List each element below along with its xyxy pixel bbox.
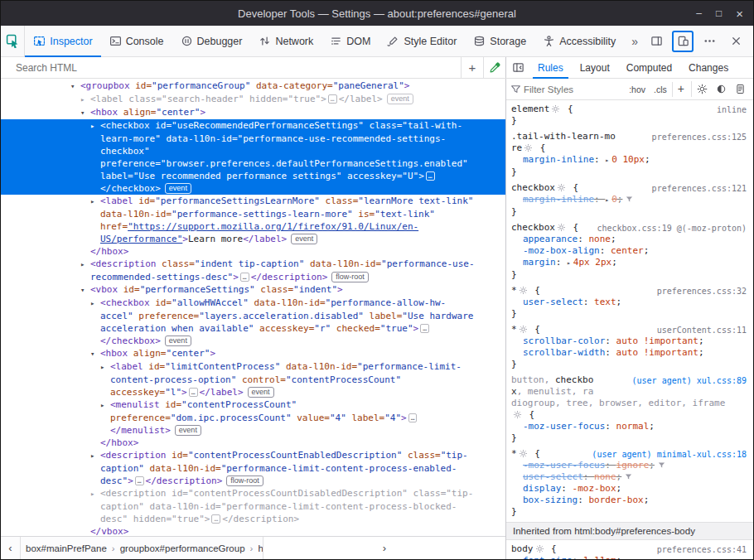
value-expander-icon[interactable]: ▸ (605, 155, 609, 167)
pick-element-button[interactable] (1, 26, 25, 56)
markup-line[interactable]: ▾<vbox id="performanceSettings" class="i… (1, 283, 505, 297)
markup-line[interactable]: </checkbox>event (1, 182, 505, 195)
overridden-filter-icon[interactable] (625, 473, 632, 480)
markup-line[interactable]: label="Use recommended performance setti… (1, 170, 505, 182)
css-declaration[interactable]: margin-inline: ▸0 10px; (511, 154, 748, 167)
css-declaration[interactable]: -moz-user-focus: ignore; (511, 460, 748, 471)
markup-line[interactable]: ▾<groupbox id="performanceGroup" data-ca… (1, 80, 505, 93)
rule-source-link[interactable]: preferences.css:32 (657, 286, 747, 297)
tab-console[interactable]: Console (101, 26, 172, 56)
css-declaration[interactable]: -moz-box-align: center; (511, 245, 748, 257)
close-button[interactable]: × (736, 7, 743, 20)
markup-line[interactable]: recommended-settings-desc">…</descriptio… (1, 271, 505, 283)
close-devtools-button[interactable] (725, 31, 747, 52)
rule-selector[interactable]: body {preferences.css:41 (511, 543, 748, 555)
rule-selector[interactable]: button, checkbo(user agent) xul.css:89 (511, 374, 748, 386)
markup-line[interactable]: caption" data-l10n-id="performance-limit… (1, 500, 505, 513)
tab-dom[interactable]: DOM (321, 26, 379, 56)
rule-source-link[interactable]: (user agent) minimal-xul.css:18 (592, 449, 747, 461)
rule-selector[interactable]: .tail-with-learn-mopreferences.css:125 (511, 131, 748, 142)
markup-line[interactable]: desc">…</description>flow-root (1, 475, 505, 487)
collapsed-children-icon[interactable]: … (135, 476, 144, 485)
badge-flow-root[interactable]: flow-root (226, 476, 263, 486)
markup-line[interactable]: ▸<description class="indent tip-caption"… (1, 258, 505, 271)
sidebar-toggle-button[interactable] (506, 57, 529, 78)
markup-line[interactable]: ▸<menulist id="contentProcessCount" (1, 398, 505, 412)
tab-debugger[interactable]: Debugger (172, 26, 251, 56)
dark-scheme-simulation-button[interactable] (713, 81, 730, 97)
value-expander-icon[interactable]: ▸ (605, 195, 609, 206)
rule-source-link[interactable]: (user agent) xul.css:89 (632, 375, 747, 387)
css-declaration[interactable]: user-select: text; (511, 297, 748, 308)
tab-inspector[interactable]: Inspector (25, 26, 100, 56)
css-declaration[interactable]: user-select: none; (511, 471, 748, 483)
responsive-design-mode-button[interactable] (672, 31, 694, 52)
markup-line[interactable]: href="https://support.mozilla.org/1/fire… (1, 220, 505, 233)
expand-collapse-icon[interactable]: ▸ (100, 361, 110, 374)
markup-line[interactable]: preference="browser.preferences.defaultP… (1, 157, 505, 170)
markup-line[interactable]: </menulist>event (1, 424, 505, 437)
collapsed-children-icon[interactable]: … (426, 171, 435, 181)
css-declaration[interactable]: margin: ▸4px 2px; (511, 257, 748, 269)
css-declaration[interactable]: appearance: none; (511, 234, 748, 245)
sidebar-tab-changes[interactable]: Changes (680, 57, 737, 78)
rule-selector[interactable]: checkbox {preferences.css:121 (511, 182, 748, 194)
markup-line[interactable]: ▸<checkbox id="useRecommendedPerformance… (1, 119, 505, 133)
rule-selector[interactable]: * {preferences.css:32 (511, 285, 748, 297)
markup-line[interactable]: desc" hidden="true">…</description> (1, 513, 505, 525)
rule-source-link[interactable]: preferences.css:125 (652, 132, 747, 143)
overridden-filter-icon[interactable] (626, 196, 633, 203)
light-scheme-simulation-button[interactable] (691, 81, 711, 97)
pseudo-class-panel-button[interactable]: :hov (626, 82, 649, 97)
markup-line[interactable]: ▸<description id="contentProcessCountEna… (1, 449, 505, 462)
markup-line[interactable]: </vbox> (1, 525, 505, 536)
expand-collapse-icon[interactable]: ▾ (90, 348, 100, 360)
collapsed-children-icon[interactable]: … (328, 94, 337, 104)
class-panel-button[interactable]: .cls (650, 82, 670, 97)
collapsed-children-icon[interactable]: … (408, 413, 418, 422)
selector-highlighter-icon[interactable] (558, 224, 565, 231)
rule-selector[interactable]: * {userContent.css:11 (511, 324, 748, 336)
rule-selector[interactable]: diogroup, tree, browser, editor, iframe (511, 398, 748, 409)
more-tabs-button[interactable]: » (624, 26, 645, 56)
css-declaration[interactable]: box-sizing: border-box; (511, 495, 748, 506)
selector-highlighter-icon[interactable] (552, 105, 559, 113)
filter-styles-input[interactable] (524, 84, 623, 94)
selector-highlighter-icon[interactable] (520, 450, 527, 457)
collapsed-children-icon[interactable]: … (211, 514, 220, 524)
search-input[interactable] (1, 57, 461, 78)
breadcrumb-item[interactable]: groupbox#performanceGroup (115, 543, 250, 553)
meatball-menu-button[interactable] (698, 31, 720, 52)
rule-source-link[interactable]: userContent.css:11 (657, 325, 747, 336)
markup-line[interactable]: caption" data-l10n-id="performance-limit… (1, 462, 505, 475)
rule-selector[interactable]: x, menulist, ra (511, 386, 748, 398)
markup-line[interactable]: accel" preference="layers.acceleration.d… (1, 310, 505, 322)
rule-selector[interactable]: * {(user agent) minimal-xul.css:18 (511, 448, 748, 460)
markup-line[interactable]: ▸<label class="search-header" hidden="tr… (1, 93, 505, 106)
rule-source-link[interactable]: inline (717, 104, 747, 116)
add-node-button[interactable]: + (461, 57, 483, 78)
rule-selector[interactable]: re { (511, 142, 748, 154)
selector-highlighter-icon[interactable] (520, 287, 527, 294)
breadcrumb-scroll-left-button[interactable]: ‹ (1, 537, 21, 559)
rule-selector[interactable]: element {inline (511, 104, 748, 115)
breadcrumb-item[interactable]: hbox (253, 543, 263, 553)
selector-highlighter-icon[interactable] (558, 184, 565, 191)
css-declaration[interactable]: margin-inline: ▸0; (511, 194, 748, 206)
markup-line[interactable]: preference="dom.ipc.processCount" value=… (1, 412, 505, 424)
expand-collapse-icon[interactable]: ▸ (80, 258, 90, 271)
sidebar-tab-computed[interactable]: Computed (618, 57, 680, 78)
css-declaration[interactable]: scrollbar-width: auto !important; (511, 347, 748, 359)
breadcrumb-scroll-right-button[interactable]: › (263, 537, 505, 559)
badge-event[interactable]: event (248, 387, 274, 398)
expand-collapse-icon[interactable]: ▸ (90, 120, 100, 133)
markup-line[interactable]: ▸<label id="limitContentProcess" data-l1… (1, 360, 505, 374)
css-declaration[interactable]: display: -moz-box; (511, 483, 748, 495)
expand-collapse-icon[interactable]: ▸ (90, 488, 100, 500)
markup-line[interactable]: content-process-option" control="content… (1, 374, 505, 386)
markup-line[interactable]: ▾<hbox align="center"> (1, 106, 505, 119)
eyedropper-button[interactable] (483, 57, 505, 78)
badge-event[interactable]: event (165, 183, 191, 194)
breadcrumb-item[interactable]: box#mainPrefPane (21, 543, 112, 553)
add-rule-button[interactable]: + (672, 82, 689, 97)
